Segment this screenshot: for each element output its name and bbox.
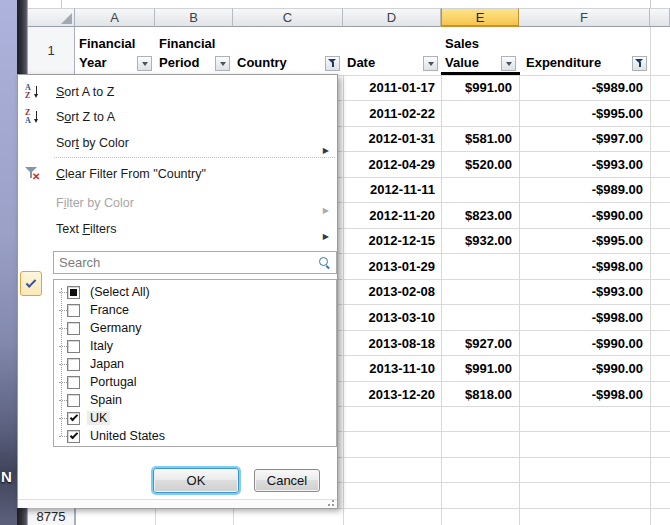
autofilter-menu: AZ Sort A to Z ZA Sort Z to A Sort by Co… [17, 74, 338, 508]
filter-applied-check-badge [20, 271, 42, 296]
header-e1-line1: Sales [445, 36, 479, 51]
column-header-d[interactable]: D [343, 8, 441, 27]
menu-item-sort-a-to-z[interactable]: AZ Sort A to Z [18, 80, 337, 104]
checkbox-unchecked[interactable] [67, 322, 80, 335]
sales-cell[interactable]: $927.00 [441, 336, 512, 351]
filter-dropdown-button-sales[interactable] [501, 56, 516, 71]
desktop-background: N [0, 0, 17, 525]
list-item-spain[interactable]: Spain [54, 391, 336, 409]
sales-cell[interactable]: $991.00 [441, 361, 512, 376]
column-header-g-partial[interactable] [650, 8, 670, 27]
expenditure-cell[interactable]: -$998.00 [519, 259, 643, 274]
column-header-e-selected[interactable]: E [441, 8, 519, 27]
checkbox-unchecked[interactable] [67, 304, 80, 317]
list-item-uk[interactable]: UK [54, 409, 336, 427]
menu-separator [54, 157, 335, 158]
select-all-corner[interactable] [28, 8, 75, 27]
date-cell[interactable]: 2012-01-31 [343, 131, 435, 146]
cell-a1[interactable]: FinancialYear [75, 27, 155, 75]
filter-values-list: (Select All) France Germany Italy Japan … [53, 279, 337, 447]
cell-c1[interactable]: Country [233, 27, 343, 75]
chevron-down-icon [506, 62, 512, 66]
list-item-france[interactable]: France [54, 301, 336, 319]
date-cell[interactable]: 2011-01-17 [343, 80, 435, 95]
date-cell[interactable]: 2013-08-18 [343, 336, 435, 351]
date-cell[interactable]: 2013-12-20 [343, 387, 435, 402]
list-item-united-states[interactable]: United States [54, 427, 336, 445]
column-header-b[interactable]: B [155, 8, 233, 27]
checkbox-partial[interactable] [67, 286, 80, 299]
checkbox-unchecked[interactable] [67, 394, 80, 407]
menu-item-sort-z-to-a[interactable]: ZA Sort Z to A [18, 105, 337, 129]
checkbox-unchecked[interactable] [67, 340, 80, 353]
expenditure-cell[interactable]: -$990.00 [519, 208, 643, 223]
date-cell[interactable]: 2013-11-10 [343, 361, 435, 376]
filter-dropdown-button-date[interactable] [423, 56, 438, 71]
date-cell[interactable]: 2012-12-15 [343, 233, 435, 248]
row-header-8775[interactable]: 8775 [28, 508, 75, 525]
column-header-f[interactable]: F [519, 8, 650, 27]
expenditure-cell[interactable]: -$993.00 [519, 284, 643, 299]
cell-f1[interactable]: Expenditure [519, 27, 650, 75]
column-header-a[interactable]: A [75, 8, 155, 27]
expenditure-cell[interactable]: -$989.00 [519, 182, 643, 197]
sales-cell[interactable]: $581.00 [441, 131, 512, 146]
cell-d1[interactable]: Date [343, 27, 441, 75]
list-item-germany[interactable]: Germany [54, 319, 336, 337]
header-e1-line2: Value [445, 55, 479, 70]
sales-cell[interactable]: $818.00 [441, 387, 512, 402]
filter-dropdown-button-b[interactable] [215, 56, 230, 71]
date-cell[interactable]: 2012-04-29 [343, 157, 435, 172]
resize-grip-icon[interactable] [324, 499, 334, 506]
date-cell[interactable]: 2013-03-10 [343, 310, 435, 325]
header-d1-label: Date [347, 55, 375, 70]
submenu-arrow-icon: ▶ [323, 225, 329, 249]
date-cell[interactable]: 2012-11-11 [343, 182, 435, 197]
menu-item-clear-filter[interactable]: ✕ Clear Filter From "Country" [18, 162, 337, 186]
row-header-1[interactable]: 1 [28, 27, 75, 75]
list-item-italy[interactable]: Italy [54, 337, 336, 355]
date-cell[interactable]: 2012-11-20 [343, 208, 435, 223]
search-input[interactable] [54, 252, 316, 273]
checkbox-unchecked[interactable] [67, 376, 80, 389]
sales-cell[interactable]: $823.00 [441, 208, 512, 223]
column-header-c[interactable]: C [233, 8, 343, 27]
menu-resize-bar[interactable] [18, 499, 337, 508]
search-icon[interactable] [319, 257, 331, 269]
expenditure-cell[interactable]: -$997.00 [519, 131, 643, 146]
date-cell[interactable]: 2013-01-29 [343, 259, 435, 274]
checkbox-unchecked[interactable] [67, 358, 80, 371]
list-item-select-all[interactable]: (Select All) [54, 283, 336, 301]
expenditure-cell[interactable]: -$995.00 [519, 106, 643, 121]
filter-active-button-country[interactable] [325, 56, 340, 71]
sales-cell[interactable]: $520.00 [441, 157, 512, 172]
expenditure-cell[interactable]: -$993.00 [519, 157, 643, 172]
date-cell[interactable]: 2013-02-08 [343, 284, 435, 299]
cell-b1[interactable]: FinancialPeriod [155, 27, 233, 75]
search-box [53, 251, 337, 274]
ok-button[interactable]: OK [153, 468, 239, 493]
date-cell[interactable]: 2011-02-22 [343, 106, 435, 121]
expenditure-cell[interactable]: -$989.00 [519, 80, 643, 95]
menu-item-text-filters[interactable]: Text Filters ▶ [18, 217, 337, 241]
sales-cell[interactable]: $932.00 [441, 233, 512, 248]
checkbox-checked[interactable] [67, 412, 80, 425]
sales-cell[interactable]: $991.00 [441, 80, 512, 95]
list-item-portugal[interactable]: Portugal [54, 373, 336, 391]
cell-e1-active[interactable]: SalesValue [441, 27, 519, 75]
expenditure-cell[interactable]: -$990.00 [519, 361, 643, 376]
gridline [650, 27, 651, 525]
funnel-icon [328, 59, 337, 68]
expenditure-cell[interactable]: -$998.00 [519, 387, 643, 402]
list-item-japan[interactable]: Japan [54, 355, 336, 373]
cancel-button[interactable]: Cancel [254, 469, 320, 492]
menu-item-sort-by-color[interactable]: Sort by Color ▶ [18, 131, 337, 155]
filter-active-button-expenditure[interactable] [632, 56, 647, 71]
checkbox-checked[interactable] [67, 430, 80, 443]
filter-dropdown-button-a[interactable] [137, 56, 152, 71]
expenditure-cell[interactable]: -$990.00 [519, 336, 643, 351]
expenditure-cell[interactable]: -$998.00 [519, 310, 643, 325]
gridline [343, 27, 344, 525]
expenditure-cell[interactable]: -$995.00 [519, 233, 643, 248]
header-c1-label: Country [237, 55, 287, 70]
